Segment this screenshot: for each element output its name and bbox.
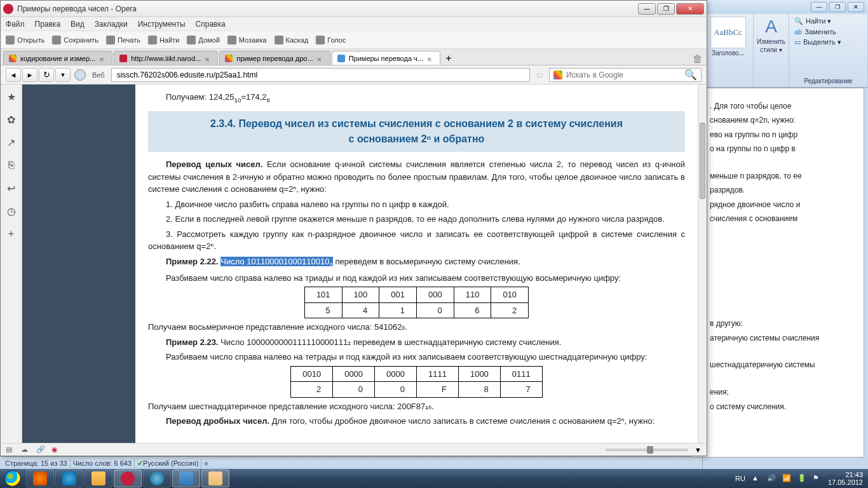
menu-file[interactable]: Файл (6, 20, 25, 29)
minimize-button[interactable]: ― (638, 3, 656, 15)
word-count[interactable]: Число слов: 6 643 (73, 459, 132, 467)
overtype-icon[interactable]: ⎆ (204, 459, 214, 467)
start-button[interactable] (0, 469, 25, 488)
sync-icon[interactable]: ☁ (21, 445, 30, 454)
reload-button[interactable]: ↻ (39, 68, 54, 82)
mosaic-icon (227, 36, 236, 44)
tab-close-icon[interactable]: × (317, 55, 325, 62)
turbo-icon[interactable]: ◉ (51, 445, 60, 454)
language-indicator[interactable]: RU (735, 475, 745, 482)
globe-icon[interactable] (74, 69, 86, 81)
new-tab-button[interactable]: + (442, 52, 456, 65)
opera-titlebar[interactable]: Примеры перевода чисел - Opera ― ❐ ✕ (1, 1, 707, 17)
result-line: Получаем восьмеричное представление исхо… (148, 321, 685, 334)
replace-button[interactable]: abЗаменить (793, 27, 837, 36)
list-item: 2. Если в последней левой группе окажетс… (148, 213, 685, 226)
home-button[interactable]: Домой (187, 36, 220, 44)
opera-zoom-slider[interactable] (606, 449, 688, 451)
cascade-button[interactable]: Каскад (275, 36, 309, 44)
opera-tabs: кодирование и измер...× http://www.iiikt… (1, 49, 707, 65)
word-maximize[interactable]: ❐ (829, 2, 846, 12)
search-input[interactable] (566, 71, 681, 79)
tab-close-icon[interactable]: × (99, 55, 107, 62)
sidebar-downloads-icon[interactable]: ⎘ (6, 159, 17, 171)
forward-button[interactable]: ► (22, 68, 37, 82)
close-button[interactable]: ✕ (676, 3, 704, 15)
menu-edit[interactable]: Правка (35, 20, 61, 29)
menu-tools[interactable]: Инструменты (138, 20, 186, 29)
tab-3[interactable]: пример перевода дро...× (219, 51, 330, 65)
tab-2[interactable]: http://www.iiikt.narod...× (114, 51, 218, 65)
tab-close-icon[interactable]: × (205, 55, 212, 62)
panel-toggle-icon[interactable]: ▤ (6, 445, 15, 454)
sidebar-add-icon[interactable]: + (6, 228, 17, 240)
network-icon[interactable]: 📶 (782, 474, 791, 483)
vertical-scrollbar[interactable] (698, 85, 707, 443)
back-button[interactable]: ◄ (6, 68, 21, 82)
taskbar-mediaplayer[interactable] (26, 470, 54, 487)
maximize-button[interactable]: ❐ (657, 3, 675, 15)
opera-status-bar: ▤ ☁ 🔗 ◉ ▼ (1, 443, 707, 456)
select-button[interactable]: ▭Выделить ▾ (793, 37, 843, 47)
menu-view[interactable]: Вид (71, 20, 85, 29)
section-heading: 2.3.4. Перевод чисел из системы счислени… (148, 111, 685, 152)
volume-icon[interactable]: 🔊 (767, 474, 776, 483)
taskbar-word[interactable] (172, 470, 200, 487)
menu-help[interactable]: Справка (196, 20, 226, 29)
mosaic-button[interactable]: Мозаика (227, 36, 267, 44)
hp-icon (150, 471, 164, 485)
find-button[interactable]: Найти (148, 36, 179, 44)
sidebar-history-icon[interactable]: ↩ (6, 182, 17, 194)
word-document[interactable]: . Для того чтобы целое снованием q=2n, н… (690, 88, 864, 458)
mediaplayer-icon (33, 471, 47, 485)
print-button[interactable]: Печать (106, 36, 140, 44)
bookmark-star-icon[interactable]: ☆ (534, 69, 545, 81)
highlighted-text: Число 1011000010001100102 (220, 257, 333, 266)
find-button[interactable]: 🔍Найти ▾ (793, 17, 832, 26)
page-content[interactable]: Получаем: 124,2510=174,28 2.3.4. Перевод… (22, 85, 698, 443)
save-button[interactable]: Сохранить (52, 36, 98, 44)
word-close[interactable]: ✕ (848, 2, 864, 12)
sidebar-star-icon[interactable]: ★ (6, 91, 17, 102)
stop-button[interactable]: ▼ (55, 68, 71, 82)
closed-tabs-icon[interactable]: 🗑 (693, 53, 704, 65)
taskbar-paint[interactable] (201, 470, 229, 487)
tab-close-icon[interactable]: × (427, 55, 435, 62)
style-label: Заголово... (712, 50, 744, 57)
zoom-dropdown-icon[interactable]: ▼ (695, 446, 702, 454)
triad-table: 101100001000110010 541062 (304, 287, 529, 318)
scrollbar-thumb[interactable] (700, 123, 705, 199)
action-center-icon[interactable]: ⚑ (813, 474, 822, 483)
language-indicator[interactable]: Русский (Россия) (143, 459, 198, 467)
page-nav-sidebar[interactable] (22, 85, 135, 443)
tab-1[interactable]: кодирование и измер...× (3, 51, 112, 65)
word-minimize[interactable]: ― (811, 2, 827, 12)
taskbar-ie[interactable] (55, 470, 83, 487)
menu-bookmarks[interactable]: Закладки (95, 20, 128, 29)
sidebar-notes-icon[interactable]: ↗ (6, 137, 17, 148)
open-icon (6, 36, 15, 44)
tray-flag-icon[interactable]: ▲ (752, 474, 761, 483)
clock[interactable]: 21:43 17.05.2012 (828, 471, 863, 486)
battery-icon[interactable]: 🔋 (797, 474, 806, 483)
change-styles-icon[interactable]: A (765, 17, 777, 37)
open-button[interactable]: Открыть (6, 36, 44, 44)
doc-line: . Для того чтобы целое (710, 100, 855, 112)
sidebar-widgets-icon[interactable]: ✿ (6, 114, 17, 125)
style-preview[interactable]: AaBbCc (710, 17, 746, 48)
link-icon[interactable]: 🔗 (36, 445, 45, 454)
page-indicator[interactable]: Страница: 15 из 33 (5, 459, 67, 467)
paragraph: Перевод дробных чисел. Для того, чтобы д… (148, 415, 685, 428)
doc-line: ения; (710, 386, 855, 398)
taskbar-hp[interactable] (143, 470, 171, 487)
address-input[interactable] (111, 68, 530, 82)
taskbar-explorer[interactable] (85, 470, 112, 487)
tab-4-active[interactable]: Примеры перевода ч...× (332, 51, 440, 65)
search-icon[interactable]: 🔍 (684, 69, 697, 81)
doc-line: снованием q=2n, нужно: (710, 114, 855, 126)
sidebar-links-icon[interactable]: ◷ (6, 205, 17, 217)
voice-button[interactable]: Голос (316, 36, 346, 44)
voice-icon (316, 36, 325, 44)
taskbar-opera[interactable] (114, 470, 142, 487)
change-styles-label: Изменить (757, 38, 785, 45)
